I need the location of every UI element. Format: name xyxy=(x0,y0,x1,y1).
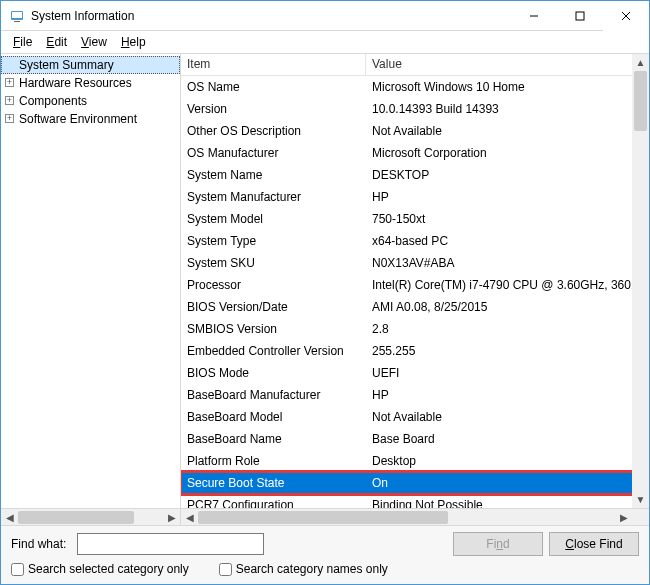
tree-pane: System Summary +Hardware Resources +Comp… xyxy=(1,54,181,525)
scroll-right-icon[interactable]: ▶ xyxy=(163,509,180,526)
cell-item: BaseBoard Name xyxy=(181,432,366,446)
cell-item: OS Name xyxy=(181,80,366,94)
cell-item: BaseBoard Manufacturer xyxy=(181,388,366,402)
scroll-right-icon[interactable]: ▶ xyxy=(615,509,632,525)
cell-value: HP xyxy=(366,388,649,402)
menu-edit[interactable]: Edit xyxy=(40,33,73,51)
list-row[interactable]: PCR7 ConfigurationBinding Not Possible xyxy=(181,494,649,508)
app-icon xyxy=(9,8,25,24)
list-body: OS NameMicrosoft Windows 10 HomeVersion1… xyxy=(181,76,649,508)
window-title: System Information xyxy=(31,9,511,23)
list-row[interactable]: System Typex64-based PC xyxy=(181,230,649,252)
cell-value: Base Board xyxy=(366,432,649,446)
expand-icon[interactable]: + xyxy=(5,78,14,87)
list-row[interactable]: Platform RoleDesktop xyxy=(181,450,649,472)
cell-item: Other OS Description xyxy=(181,124,366,138)
cell-value: HP xyxy=(366,190,649,204)
svg-rect-4 xyxy=(576,12,584,20)
list-row[interactable]: OS ManufacturerMicrosoft Corporation xyxy=(181,142,649,164)
minimize-button[interactable] xyxy=(511,1,557,31)
column-header-value[interactable]: Value xyxy=(366,54,649,75)
tree-item-system-summary[interactable]: System Summary xyxy=(1,56,180,74)
list-row[interactable]: System NameDESKTOP xyxy=(181,164,649,186)
cell-item: System SKU xyxy=(181,256,366,270)
menu-help[interactable]: Help xyxy=(115,33,152,51)
tree-item-software-environment[interactable]: +Software Environment xyxy=(1,110,180,128)
list-horizontal-scrollbar[interactable]: ◀ ▶ xyxy=(181,508,649,525)
main-area: System Summary +Hardware Resources +Comp… xyxy=(1,53,649,525)
scroll-down-icon[interactable]: ▼ xyxy=(632,491,649,508)
find-input[interactable] xyxy=(77,533,264,555)
cell-item: Processor xyxy=(181,278,366,292)
list-row[interactable]: System Model750-150xt xyxy=(181,208,649,230)
cell-item: Platform Role xyxy=(181,454,366,468)
list-row[interactable]: BIOS Version/DateAMI A0.08, 8/25/2015 xyxy=(181,296,649,318)
cell-value: On xyxy=(366,476,649,490)
scroll-left-icon[interactable]: ◀ xyxy=(1,509,18,526)
cell-item: System Name xyxy=(181,168,366,182)
close-button[interactable] xyxy=(603,1,649,31)
search-category-names-checkbox[interactable]: Search category names only xyxy=(219,562,388,576)
list-row[interactable]: Version10.0.14393 Build 14393 xyxy=(181,98,649,120)
list-row[interactable]: System ManufacturerHP xyxy=(181,186,649,208)
cell-value: UEFI xyxy=(366,366,649,380)
list-row[interactable]: BaseBoard ManufacturerHP xyxy=(181,384,649,406)
cell-item: BIOS Mode xyxy=(181,366,366,380)
cell-item: Version xyxy=(181,102,366,116)
tree-horizontal-scrollbar[interactable]: ◀ ▶ xyxy=(1,508,180,525)
cell-value: N0X13AV#ABA xyxy=(366,256,649,270)
cell-value: Not Available xyxy=(366,124,649,138)
cell-item: PCR7 Configuration xyxy=(181,498,366,508)
cell-value: DESKTOP xyxy=(366,168,649,182)
list-pane: Item Value OS NameMicrosoft Windows 10 H… xyxy=(181,54,649,525)
svg-rect-1 xyxy=(12,12,22,18)
list-row[interactable]: Other OS DescriptionNot Available xyxy=(181,120,649,142)
search-selected-category-checkbox[interactable]: Search selected category only xyxy=(11,562,189,576)
menu-view[interactable]: View xyxy=(75,33,113,51)
list-row[interactable]: Embedded Controller Version255.255 xyxy=(181,340,649,362)
expand-icon[interactable]: + xyxy=(5,96,14,105)
column-header-item[interactable]: Item xyxy=(181,54,366,75)
scroll-left-icon[interactable]: ◀ xyxy=(181,509,198,525)
cell-value: x64-based PC xyxy=(366,234,649,248)
list-row[interactable]: ProcessorIntel(R) Core(TM) i7-4790 CPU @… xyxy=(181,274,649,296)
tree-item-hardware-resources[interactable]: +Hardware Resources xyxy=(1,74,180,92)
cell-value: Binding Not Possible xyxy=(366,498,649,508)
cell-value: 2.8 xyxy=(366,322,649,336)
cell-value: Intel(R) Core(TM) i7-4790 CPU @ 3.60GHz,… xyxy=(366,278,649,292)
cell-value: Microsoft Windows 10 Home xyxy=(366,80,649,94)
scroll-thumb[interactable] xyxy=(18,511,134,524)
find-button[interactable]: Find xyxy=(453,532,543,556)
cell-value: AMI A0.08, 8/25/2015 xyxy=(366,300,649,314)
find-bar: Find what: Find Close Find Search select… xyxy=(1,525,649,584)
scroll-up-icon[interactable]: ▲ xyxy=(632,54,649,71)
svg-rect-2 xyxy=(14,21,20,22)
list-row[interactable]: BaseBoard NameBase Board xyxy=(181,428,649,450)
list-row[interactable]: SMBIOS Version2.8 xyxy=(181,318,649,340)
cell-item: SMBIOS Version xyxy=(181,322,366,336)
cell-item: BIOS Version/Date xyxy=(181,300,366,314)
list-header: Item Value xyxy=(181,54,649,76)
list-row[interactable]: System SKUN0X13AV#ABA xyxy=(181,252,649,274)
list-row[interactable]: BaseBoard ModelNot Available xyxy=(181,406,649,428)
cell-item: System Type xyxy=(181,234,366,248)
window-controls xyxy=(511,1,649,31)
cell-item: OS Manufacturer xyxy=(181,146,366,160)
cell-value: Microsoft Corporation xyxy=(366,146,649,160)
list-row[interactable]: OS NameMicrosoft Windows 10 Home xyxy=(181,76,649,98)
cell-item: Secure Boot State xyxy=(181,476,366,490)
cell-value: Not Available xyxy=(366,410,649,424)
list-row[interactable]: BIOS ModeUEFI xyxy=(181,362,649,384)
cell-item: System Manufacturer xyxy=(181,190,366,204)
list-row[interactable]: Secure Boot StateOn xyxy=(181,472,649,494)
cell-value: 255.255 xyxy=(366,344,649,358)
list-vertical-scrollbar[interactable]: ▲ ▼ xyxy=(632,54,649,508)
tree-item-components[interactable]: +Components xyxy=(1,92,180,110)
scroll-thumb[interactable] xyxy=(198,511,448,524)
titlebar[interactable]: System Information xyxy=(1,1,649,31)
menu-file[interactable]: File xyxy=(7,33,38,51)
close-find-button[interactable]: Close Find xyxy=(549,532,639,556)
scroll-thumb[interactable] xyxy=(634,71,647,131)
maximize-button[interactable] xyxy=(557,1,603,31)
expand-icon[interactable]: + xyxy=(5,114,14,123)
